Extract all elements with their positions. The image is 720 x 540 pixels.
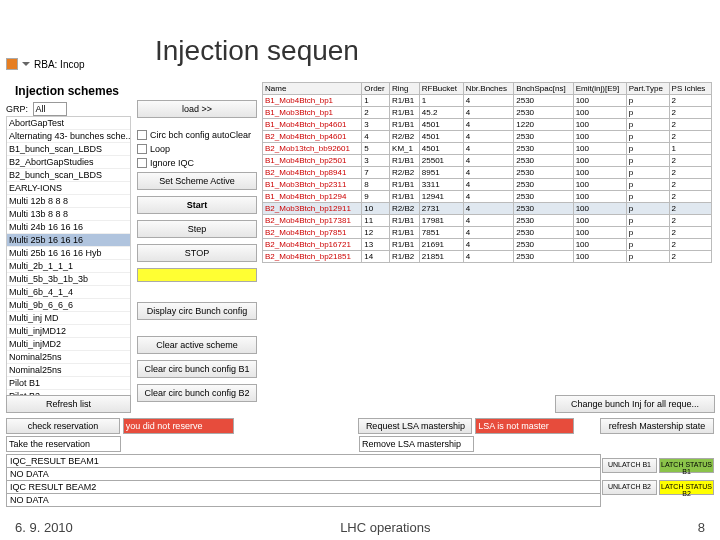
take-reservation-button[interactable]: Take the reservation xyxy=(6,436,121,452)
cell: 4 xyxy=(463,251,514,263)
list-item[interactable]: Multi 12b 8 8 8 xyxy=(7,195,130,208)
check-reservation-button[interactable]: check reservation xyxy=(6,418,120,434)
list-item[interactable]: Multi_5b_3b_1b_3b xyxy=(7,273,130,286)
bunch-table[interactable]: NameOrderRingRFBucketNbr.BnchesBnchSpac[… xyxy=(262,82,712,263)
col-header[interactable]: BnchSpac[ns] xyxy=(514,83,573,95)
table-row[interactable]: B2_Mob4Btch_bp785112R1/B1785142530100p2 xyxy=(263,227,712,239)
remove-lsa-button[interactable]: Remove LSA mastership xyxy=(359,436,474,452)
list-item[interactable]: Multi_inj MD xyxy=(7,312,130,325)
table-row[interactable]: B1_Mob4Btch_bp25013R1/B12550142530100p2 xyxy=(263,155,712,167)
list-item[interactable]: Multi 25b 16 16 16 Hyb xyxy=(7,247,130,260)
latch-status-b1-button[interactable]: LATCH STATUS B1 xyxy=(659,458,714,473)
latch-status-b2-button[interactable]: LATCH STATUS B2 xyxy=(659,480,714,495)
table-row[interactable]: B2_Mob3Btch_bp1291110R2/B2273142530100p2 xyxy=(263,203,712,215)
table-row[interactable]: B1_Mob4Btch_bp46013R1/B1450141220100p2 xyxy=(263,119,712,131)
cell: p xyxy=(626,167,669,179)
clear-b2-button[interactable]: Clear circ bunch config B2 xyxy=(137,384,257,402)
clear-scheme-button[interactable]: Clear active scheme xyxy=(137,336,257,354)
cell: B1_Mob3Btch_bp1 xyxy=(263,107,362,119)
rbac-label: RBA: Incop xyxy=(34,59,85,70)
list-item[interactable]: Multi_injMD12 xyxy=(7,325,130,338)
cell: 100 xyxy=(573,215,626,227)
cell: 2530 xyxy=(514,155,573,167)
list-item[interactable]: Nominal25ns xyxy=(7,364,130,377)
table-row[interactable]: B2_Mob4Btch_bp89417R2/B2895142530100p2 xyxy=(263,167,712,179)
cell: 2 xyxy=(669,227,711,239)
cell: p xyxy=(626,119,669,131)
cell: 4 xyxy=(362,131,390,143)
table-row[interactable]: B2_Mob4Btch_bp1672113R1/B12169142530100p… xyxy=(263,239,712,251)
table-row[interactable]: B1_Mob3Btch_bp12R1/B145.242530100p2 xyxy=(263,107,712,119)
group-select[interactable]: All xyxy=(33,102,67,116)
unlatch-b1-button[interactable]: UNLATCH B1 xyxy=(602,458,657,473)
request-lsa-button[interactable]: Request LSA mastership xyxy=(358,418,472,434)
cell: R1/B1 xyxy=(390,155,420,167)
table-row[interactable]: B1_Mob3Btch_bp23118R1/B1331142530100p2 xyxy=(263,179,712,191)
start-button[interactable]: Start xyxy=(137,196,257,214)
cell: R1/B1 xyxy=(390,215,420,227)
circ-autoclear-checkbox[interactable]: Circ bch config autoClear xyxy=(137,130,257,140)
loop-checkbox[interactable]: Loop xyxy=(137,144,257,154)
cell: 10 xyxy=(362,203,390,215)
list-item[interactable]: B1_bunch_scan_LBDS xyxy=(7,143,130,156)
col-header[interactable]: Ring xyxy=(390,83,420,95)
clear-b1-button[interactable]: Clear circ bunch config B1 xyxy=(137,360,257,378)
list-item[interactable]: Multi_2b_1_1_1 xyxy=(7,260,130,273)
cell: 100 xyxy=(573,155,626,167)
list-item[interactable]: AbortGapTest xyxy=(7,117,130,130)
set-scheme-active-button[interactable]: Set Scheme Active xyxy=(137,172,257,190)
cell: B1_Mob4Btch_bp1 xyxy=(263,95,362,107)
load-button[interactable]: load >> xyxy=(137,100,257,118)
list-item[interactable]: Multi 13b 8 8 8 xyxy=(7,208,130,221)
ignore-iqc-checkbox[interactable]: Ignore IQC xyxy=(137,158,257,168)
list-item[interactable]: EARLY-IONS xyxy=(7,182,130,195)
app-icon xyxy=(6,58,18,70)
col-header[interactable]: Nbr.Bnches xyxy=(463,83,514,95)
list-item[interactable]: Multi_injMD2 xyxy=(7,338,130,351)
cell: 4 xyxy=(463,107,514,119)
cell: 2530 xyxy=(514,95,573,107)
refresh-list-button[interactable]: Refresh list xyxy=(6,395,131,413)
table-row[interactable]: B2_Mob4Btch_bp46014R2/B2450142530100p2 xyxy=(263,131,712,143)
list-item[interactable]: B2_AbortGapStudies xyxy=(7,156,130,169)
col-header[interactable]: PS Ichles xyxy=(669,83,711,95)
list-item[interactable]: Pilot B1 xyxy=(7,377,130,390)
unlatch-b2-button[interactable]: UNLATCH B2 xyxy=(602,480,657,495)
list-item[interactable]: Multi 25b 16 16 16 xyxy=(7,234,130,247)
table-row[interactable]: B2_Mob4Btch_bp2185114R1/B22185142530100p… xyxy=(263,251,712,263)
col-header[interactable]: Name xyxy=(263,83,362,95)
cell: R1/B1 xyxy=(390,191,420,203)
change-bunch-button[interactable]: Change bunch Inj for all reque... xyxy=(555,395,715,413)
col-header[interactable]: RFBucket xyxy=(419,83,463,95)
cell: 14 xyxy=(362,251,390,263)
cell: 100 xyxy=(573,203,626,215)
list-item[interactable]: Alternating 43- bunches sche... xyxy=(7,130,130,143)
cell: 2 xyxy=(362,107,390,119)
step-button[interactable]: Step xyxy=(137,220,257,238)
col-header[interactable]: Emit(inj)[E9] xyxy=(573,83,626,95)
display-circ-button[interactable]: Display circ Bunch config xyxy=(137,302,257,320)
list-item[interactable]: Multi 24b 16 16 16 xyxy=(7,221,130,234)
col-header[interactable]: Order xyxy=(362,83,390,95)
list-item[interactable]: Multi_6b_4_1_4 xyxy=(7,286,130,299)
scheme-list[interactable]: AbortGapTestAlternating 43- bunches sche… xyxy=(6,116,131,396)
col-header[interactable]: Part.Type xyxy=(626,83,669,95)
cell: 100 xyxy=(573,239,626,251)
cell: R2/B2 xyxy=(390,203,420,215)
list-item[interactable]: Nominal25ns xyxy=(7,351,130,364)
stop-button[interactable]: STOP xyxy=(137,244,257,262)
dropdown-icon[interactable] xyxy=(22,62,30,66)
cell: B2_Mob4Btch_bp4601 xyxy=(263,131,362,143)
table-row[interactable]: B1_Mob4Btch_bp11R1/B1142530100p2 xyxy=(263,95,712,107)
list-item[interactable]: Multi_9b_6_6_6 xyxy=(7,299,130,312)
table-row[interactable]: B2_Mob4Btch_bp1738111R1/B11798142530100p… xyxy=(263,215,712,227)
middle-controls: load >> Circ bch config autoClear Loop I… xyxy=(137,100,257,408)
cell: 4 xyxy=(463,179,514,191)
cell: p xyxy=(626,215,669,227)
refresh-mastership-button[interactable]: refresh Mastership state xyxy=(600,418,714,434)
table-row[interactable]: B1_Mob4Btch_bp12949R1/B11294142530100p2 xyxy=(263,191,712,203)
cell: 5 xyxy=(362,143,390,155)
list-item[interactable]: B2_bunch_scan_LBDS xyxy=(7,169,130,182)
table-row[interactable]: B2_Mob13tch_bb926015KM_1450142530100p1 xyxy=(263,143,712,155)
injection-schemes-header: Injection schemes xyxy=(15,84,119,98)
